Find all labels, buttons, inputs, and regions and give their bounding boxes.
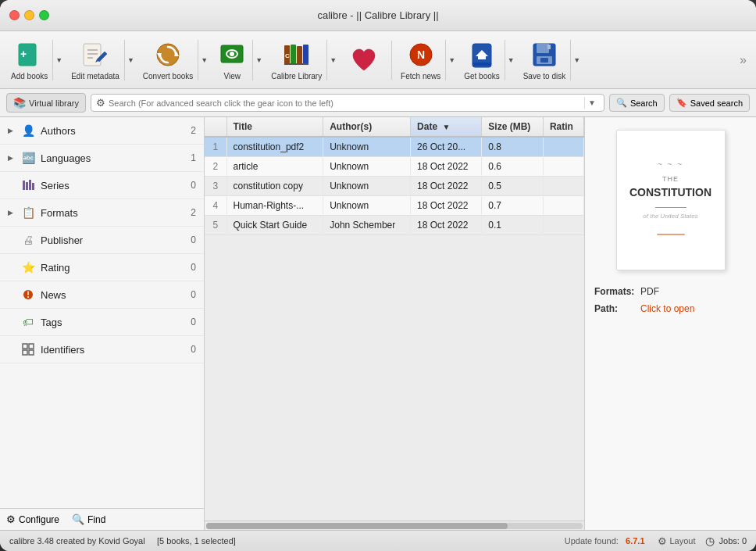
calibre-library-button[interactable]: C Calibre Library [266,36,326,84]
col-num[interactable] [205,117,226,137]
sidebar-item-languages[interactable]: ▶ 🔤 Languages 1 [0,145,204,172]
publisher-label: Publisher [41,234,191,246]
edit-metadata-dropdown[interactable]: ▼ [124,40,137,81]
search-icon: 🔍 [616,98,627,108]
spinner-icon: ◷ [705,535,715,547]
book-table[interactable]: Title Author(s) Date ▼ Size (MB) Ratin 1… [205,117,584,521]
search-label: Search [630,98,658,108]
jobs-label: Jobs: 0 [719,536,747,546]
app-window: calibre - || Calibre Library || + Add bo… [0,0,756,551]
news-count: 0 [191,289,196,300]
toolbar: + Add books ▼ [0,31,756,89]
path-link[interactable]: Click to open [640,303,694,314]
cover-title-large: CONSTITUTION [629,186,711,199]
sidebar-item-tags[interactable]: 🏷 Tags 0 [0,309,204,336]
fetch-news-button[interactable]: N Fetch news [396,36,445,84]
table-row[interactable]: 4 Human-Rights-... Unknown 18 Oct 2022 0… [205,196,584,216]
configure-button[interactable]: ⚙ Configure [6,513,59,525]
table-row[interactable]: 2 article Unknown 18 Oct 2022 0.6 [205,157,584,177]
add-books-dropdown[interactable]: ▼ [52,40,65,81]
search-dropdown-icon[interactable]: ▼ [584,97,599,109]
sidebar-item-formats[interactable]: ▶ 📋 Formats 2 [0,199,204,227]
cover-subtitle: of the United States [643,213,697,220]
table-row[interactable]: 3 constitution copy Unknown 18 Oct 2022 … [205,177,584,196]
svg-rect-22 [478,56,486,59]
get-books-dropdown[interactable]: ▼ [505,40,517,81]
languages-count: 1 [191,152,196,163]
col-date[interactable]: Date ▼ [411,117,482,137]
statusbar-info: calibre 3.48 created by Kovid Goyal [5 b… [9,536,552,546]
sidebar-item-news[interactable]: News 0 [0,281,204,309]
book-size: 0.5 [482,177,544,196]
close-button[interactable] [9,10,20,20]
add-books-button[interactable]: + Add books [6,36,52,84]
find-button[interactable]: 🔍 Find [72,513,105,525]
svg-rect-14 [297,46,302,64]
table-scrollbar[interactable] [205,521,584,530]
convert-books-dropdown[interactable]: ▼ [198,40,210,81]
col-author[interactable]: Author(s) [323,117,411,137]
table-row[interactable]: 1 constitution_pdf2 Unknown 26 Oct 20...… [205,137,584,157]
chevron-down-icon: ▼ [201,56,208,64]
book-date: 18 Oct 2022 [411,157,482,177]
view-button[interactable]: View [212,36,252,84]
layout-icon: ⚙ [658,535,667,547]
languages-icon: 🔤 [20,150,36,166]
calibre-library-dropdown[interactable]: ▼ [326,40,339,81]
book-date: 18 Oct 2022 [411,196,482,216]
sidebar-item-authors[interactable]: ▶ 👤 Authors 2 [0,117,204,145]
save-to-disk-label: Save to disk [523,72,565,81]
window-title: calibre - || Calibre Library || [317,9,438,21]
book-rating [543,196,583,216]
maximize-button[interactable] [39,10,49,20]
toolbar-more-icon[interactable]: » [736,50,750,70]
table-row[interactable]: 5 Quick Start Guide John Schember 18 Oct… [205,216,584,235]
toolbar-divider [391,41,392,80]
minimize-button[interactable] [24,10,34,20]
svg-rect-28 [540,58,548,63]
save-to-disk-dropdown[interactable]: ▼ [570,40,583,81]
view-dropdown[interactable]: ▼ [252,40,265,81]
save-to-disk-icon [529,39,560,70]
add-books-icon: + [14,39,45,70]
col-title[interactable]: Title [226,117,323,137]
virtual-library-button[interactable]: 📚 Virtual library [6,93,86,113]
saved-search-button[interactable]: 🔖 Saved search [669,94,750,112]
sidebar-item-publisher[interactable]: 🖨 Publisher 0 [0,227,204,254]
update-version-link[interactable]: 6.7.1 [626,536,644,546]
edit-metadata-icon [80,39,111,70]
sidebar: ▶ 👤 Authors 2 ▶ 🔤 Languages 1 [0,117,205,530]
fetch-news-group: N Fetch news ▼ [396,36,458,84]
edit-metadata-button[interactable]: Edit metadata [66,36,124,84]
edit-metadata-group: Edit metadata ▼ [66,36,137,84]
news-label: News [41,289,191,301]
book-size: 0.1 [482,216,544,235]
chevron-right-icon: ▶ [8,154,17,162]
languages-label: Languages [41,152,191,164]
layout-button[interactable]: ⚙ Layout [658,535,696,547]
svg-rect-40 [657,234,685,235]
fetch-news-dropdown[interactable]: ▼ [445,40,458,81]
update-info: Update found: 6.7.1 [565,536,645,546]
cover-line [655,207,686,208]
search-button[interactable]: 🔍 Search [609,94,665,112]
search-input[interactable] [109,98,581,108]
configure-icon: ⚙ [6,513,16,525]
cover-title-small: THE [662,175,679,183]
authors-icon: 👤 [20,123,36,138]
save-to-disk-button[interactable]: Save to disk [519,36,570,84]
get-books-button[interactable]: Get books [459,36,505,84]
convert-books-button[interactable]: Convert books [138,36,198,84]
convert-books-label: Convert books [143,72,193,81]
sidebar-item-series[interactable]: Series 0 [0,172,204,199]
sidebar-item-rating[interactable]: ⭐ Rating 0 [0,254,204,281]
col-size[interactable]: Size (MB) [482,117,544,137]
book-title: article [226,157,323,177]
donate-button[interactable] [341,41,387,79]
scrollbar-track [206,523,583,529]
col-rating[interactable]: Ratin [543,117,583,137]
search-gear-icon[interactable]: ⚙ [96,97,105,109]
main-content: ▶ 👤 Authors 2 ▶ 🔤 Languages 1 [0,117,756,530]
sidebar-item-identifiers[interactable]: Identifiers 0 [0,336,204,363]
calibre-library-icon: C [281,39,312,70]
